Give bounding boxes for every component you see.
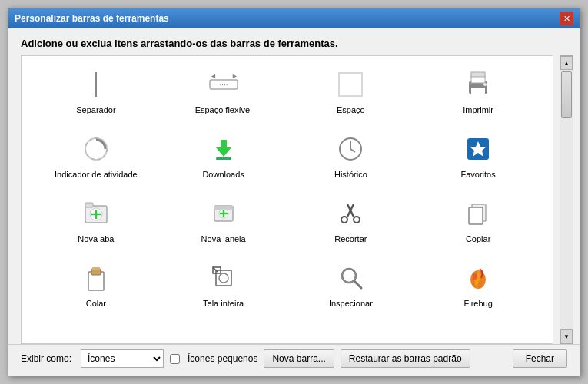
firebug-icon: [463, 263, 493, 293]
grid-item-downloads[interactable]: Downloads: [161, 127, 286, 188]
downloads-label: Downloads: [202, 169, 244, 180]
small-icons-label: Ícones pequenos: [188, 353, 257, 364]
favorites-label: Favoritos: [461, 169, 496, 180]
grid-item-fullscreen[interactable]: Tela inteira: [161, 256, 286, 317]
cut-label: Recortar: [334, 233, 367, 244]
scrollbar-down-arrow[interactable]: ▼: [560, 329, 573, 343]
window-title: Personalizar barras de ferramentas: [15, 13, 169, 24]
restore-button[interactable]: Restaurar as barras padrão: [341, 349, 470, 368]
svg-rect-5: [339, 73, 362, 96]
svg-point-30: [341, 217, 347, 223]
dialog-body: Separador ···· ◄ ► Espaço flexível: [8, 55, 580, 344]
svg-point-45: [473, 273, 477, 280]
dialog-footer: Exibir como: Ícones Texto Ícones e Texto…: [8, 344, 580, 376]
grid-item-cut[interactable]: Recortar: [289, 191, 414, 253]
scrollbar-thumb[interactable]: [561, 71, 572, 118]
grid-item-history[interactable]: Histórico: [289, 127, 414, 188]
svg-rect-9: [471, 72, 485, 77]
print-label: Imprimir: [463, 104, 493, 115]
cut-icon: [335, 198, 366, 229]
new-tab-label: Nova aba: [78, 233, 114, 244]
new-window-label: Nova janela: [201, 233, 246, 244]
svg-point-10: [483, 83, 487, 86]
grid-item-activity[interactable]: Indicador de atividade: [34, 127, 158, 188]
dialog-window: Personalizar barras de ferramentas ✕ Adi…: [8, 8, 580, 376]
display-select[interactable]: Ícones Texto Ícones e Texto: [81, 349, 164, 368]
history-icon: [335, 134, 366, 164]
space-label: Espaço: [337, 104, 365, 115]
grid-item-inspector[interactable]: Inspecionar: [289, 256, 414, 317]
header-text: Adicione ou exclua itens arrastando-os d…: [21, 38, 338, 49]
activity-label: Indicador de atividade: [55, 169, 138, 180]
grid-item-copy[interactable]: Copiar: [416, 191, 540, 253]
svg-text:····: ····: [219, 81, 228, 89]
svg-point-31: [354, 217, 360, 223]
print-icon: [463, 69, 493, 100]
close-button[interactable]: Fechar: [513, 349, 567, 368]
svg-rect-36: [92, 267, 100, 270]
separator-label: Separador: [76, 104, 115, 115]
window-close-button[interactable]: ✕: [560, 12, 573, 25]
grid-item-space[interactable]: Espaço: [289, 62, 414, 124]
downloads-icon: [208, 134, 239, 164]
grid-item-separator[interactable]: Separador: [34, 62, 158, 124]
grid-item-print[interactable]: Imprimir: [416, 62, 540, 124]
inspector-label: Inspecionar: [329, 298, 373, 309]
svg-rect-33: [469, 207, 483, 224]
svg-rect-14: [216, 157, 231, 160]
grid-item-flexible-space[interactable]: ···· ◄ ► Espaço flexível: [161, 62, 286, 124]
svg-rect-7: [471, 88, 485, 95]
grid-item-favorites[interactable]: Favoritos: [416, 127, 540, 188]
grid-item-paste[interactable]: Colar: [34, 256, 158, 317]
scrollbar[interactable]: ▲ ▼: [560, 55, 573, 344]
firebug-label: Firebug: [463, 298, 492, 309]
grid-container: Separador ···· ◄ ► Espaço flexível: [34, 62, 540, 317]
space-icon: [335, 69, 366, 100]
svg-text:◄: ◄: [210, 72, 217, 80]
history-label: Histórico: [334, 169, 367, 180]
toolbar-items-grid: Separador ···· ◄ ► Espaço flexível: [21, 55, 553, 344]
flexible-space-label: Espaço flexível: [195, 104, 252, 115]
grid-item-new-window[interactable]: Nova janela: [161, 191, 286, 253]
small-icons-checkbox[interactable]: [170, 354, 180, 364]
new-window-icon: [208, 198, 239, 229]
grid-item-new-tab[interactable]: Nova aba: [34, 191, 158, 253]
separator-icon: [81, 69, 111, 100]
new-tab-icon: [81, 198, 111, 229]
activity-icon: [81, 134, 111, 164]
paste-label: Colar: [86, 298, 106, 309]
favorites-icon: [463, 134, 493, 164]
paste-icon: [81, 263, 111, 293]
title-bar: Personalizar barras de ferramentas ✕: [8, 8, 580, 28]
svg-line-42: [354, 281, 361, 288]
grid-item-firebug[interactable]: Firebug: [416, 256, 540, 317]
inspector-icon: [335, 263, 366, 293]
copy-icon: [463, 198, 493, 229]
svg-text:►: ►: [231, 72, 238, 80]
fullscreen-label: Tela inteira: [203, 298, 244, 309]
svg-rect-37: [216, 270, 231, 286]
svg-rect-21: [85, 203, 93, 207]
svg-point-40: [219, 273, 228, 283]
flexible-space-icon: ···· ◄ ►: [208, 69, 239, 100]
display-label: Exibir como:: [21, 353, 71, 364]
fullscreen-icon: [208, 263, 239, 293]
scrollbar-up-arrow[interactable]: ▲: [560, 56, 573, 70]
copy-label: Copiar: [466, 233, 490, 244]
svg-point-43: [342, 269, 356, 283]
svg-marker-13: [216, 140, 231, 157]
svg-line-17: [350, 149, 355, 152]
dialog-header: Adicione ou exclua itens arrastando-os d…: [8, 28, 580, 55]
new-toolbar-button[interactable]: Nova barra...: [264, 349, 334, 368]
